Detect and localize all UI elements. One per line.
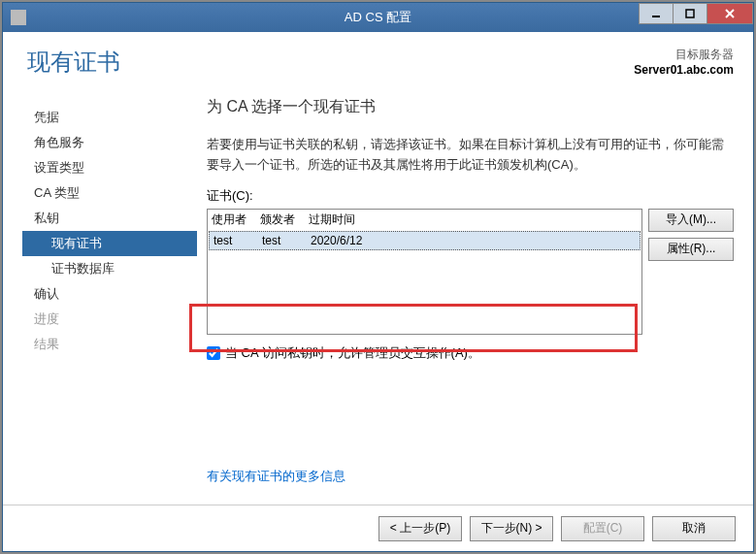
target-block: 目标服务器 Server01.abc.com [634, 47, 734, 77]
titlebar: AD CS 配置 [3, 3, 753, 32]
page-title: 现有证书 [22, 47, 120, 78]
window-title: AD CS 配置 [345, 9, 411, 26]
sidebar-item-results: 结果 [22, 332, 197, 357]
svg-rect-1 [686, 10, 694, 17]
footer: < 上一步(P) 下一步(N) > 配置(C) 取消 [3, 505, 753, 551]
next-button[interactable]: 下一步(N) > [470, 516, 553, 541]
import-button[interactable]: 导入(M)... [648, 209, 734, 232]
sidebar-item-confirmation[interactable]: 确认 [22, 281, 197, 307]
sidebar-item-private-key[interactable]: 私钥 [22, 206, 197, 231]
cert-list-label: 证书(C): [207, 187, 734, 205]
sidebar-item-existing-cert[interactable]: 现有证书 [22, 231, 197, 256]
sidebar-item-ca-type[interactable]: CA 类型 [22, 180, 197, 206]
target-server: Server01.abc.com [634, 63, 734, 77]
cert-row[interactable]: test test 2020/6/12 [209, 231, 641, 250]
configure-button: 配置(C) [561, 516, 644, 541]
col-issuer: 颁发者 [260, 212, 309, 228]
main-panel: 为 CA 选择一个现有证书 若要使用与证书关联的私钥，请选择该证书。如果在目标计… [197, 97, 734, 485]
cancel-button[interactable]: 取消 [652, 516, 736, 541]
more-info-link[interactable]: 有关现有证书的更多信息 [207, 468, 345, 485]
app-icon [11, 10, 26, 25]
sidebar-item-role-services[interactable]: 角色服务 [22, 130, 197, 155]
properties-button[interactable]: 属性(R)... [648, 238, 734, 261]
close-button[interactable] [707, 3, 753, 24]
col-user: 使用者 [212, 212, 260, 228]
sidebar-item-cert-database[interactable]: 证书数据库 [22, 256, 197, 281]
sidebar-item-setup-type[interactable]: 设置类型 [22, 155, 197, 180]
minimize-button[interactable] [639, 3, 674, 24]
cert-area: 使用者 颁发者 过期时间 test test 2020/6/12 导入(M)..… [207, 209, 734, 335]
maximize-button[interactable] [673, 3, 707, 24]
cert-side-buttons: 导入(M)... 属性(R)... [648, 209, 734, 335]
cell-user: test [214, 234, 262, 247]
sidebar: 凭据 角色服务 设置类型 CA 类型 私钥 现有证书 证书数据库 确认 进度 结… [22, 97, 197, 485]
cell-issuer: test [262, 234, 311, 247]
col-expiry: 过期时间 [309, 212, 638, 228]
cert-list[interactable]: 使用者 颁发者 过期时间 test test 2020/6/12 [207, 209, 642, 335]
window-controls [640, 3, 753, 24]
checkbox-label: 当 CA 访问私钥时，允许管理员交互操作(A)。 [225, 344, 480, 362]
sidebar-item-credentials[interactable]: 凭据 [22, 105, 197, 130]
main-description: 若要使用与证书关联的私钥，请选择该证书。如果在目标计算机上没有可用的证书，你可能… [207, 135, 734, 176]
cert-list-header: 使用者 颁发者 过期时间 [208, 210, 641, 230]
allow-interactive-checkbox[interactable] [207, 346, 220, 360]
previous-button[interactable]: < 上一步(P) [378, 516, 462, 541]
dialog-window: AD CS 配置 现有证书 目标服务器 Server01.abc.com 凭据 … [2, 2, 754, 552]
header-row: 现有证书 目标服务器 Server01.abc.com [22, 32, 734, 78]
main-title: 为 CA 选择一个现有证书 [207, 97, 734, 117]
cell-expiry: 2020/6/12 [311, 234, 636, 247]
body-row: 凭据 角色服务 设置类型 CA 类型 私钥 现有证书 证书数据库 确认 进度 结… [22, 97, 734, 485]
sidebar-item-progress: 进度 [22, 307, 197, 332]
content-area: 现有证书 目标服务器 Server01.abc.com 凭据 角色服务 设置类型… [3, 32, 753, 551]
target-label: 目标服务器 [634, 47, 734, 63]
interactive-checkbox-row: 当 CA 访问私钥时，允许管理员交互操作(A)。 [207, 344, 734, 362]
